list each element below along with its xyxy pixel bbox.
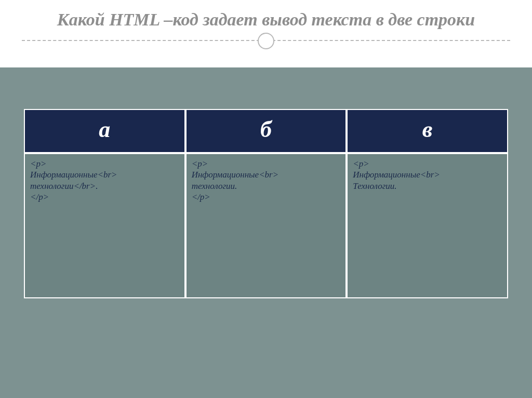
code-line: <p> (353, 158, 502, 169)
content-area: а б в <p> Информационные<br> технологии<… (0, 67, 532, 398)
code-line: Информационные<br> (192, 169, 341, 180)
code-line: <p> (192, 158, 341, 169)
code-line: </p> (192, 191, 341, 202)
option-cell-v: <p> Информационные<br> Технологии. (347, 153, 508, 298)
option-cell-a: <p> Информационные<br> технологии</br>. … (24, 153, 185, 298)
code-line: технологии. (192, 181, 341, 191)
code-line: </p> (30, 191, 179, 202)
code-line: технологии</br>. (30, 181, 179, 191)
slide-title: Какой HTML –код задает вывод текста в дв… (16, 9, 516, 30)
divider (16, 33, 516, 48)
table-row: <p> Информационные<br> технологии</br>. … (24, 153, 508, 298)
code-line: Информационные<br> (30, 169, 179, 180)
option-header-v: в (347, 109, 508, 153)
divider-circle-icon (258, 33, 274, 49)
code-line: <p> (30, 158, 179, 169)
option-header-b: б (185, 109, 347, 153)
options-table: а б в <p> Информационные<br> технологии<… (24, 109, 508, 298)
table-header-row: а б в (24, 109, 508, 153)
option-header-a: а (24, 109, 185, 153)
code-line: Технологии. (353, 181, 502, 191)
code-line: Информационные<br> (353, 169, 502, 180)
option-cell-b: <p> Информационные<br> технологии. </p> (185, 153, 347, 298)
title-area: Какой HTML –код задает вывод текста в дв… (0, 0, 532, 69)
slide: Какой HTML –код задает вывод текста в дв… (0, 0, 532, 398)
options-table-wrap: а б в <p> Информационные<br> технологии<… (24, 109, 508, 298)
